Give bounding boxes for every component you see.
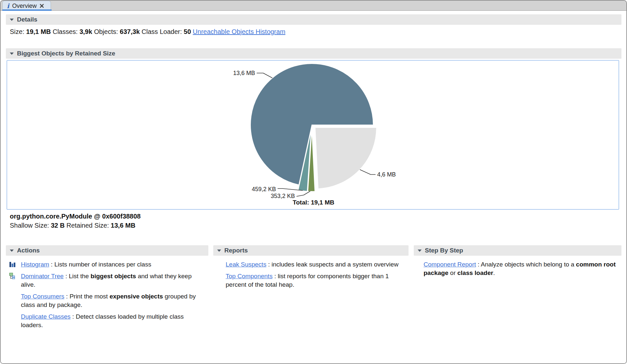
- text-segment: Classes:: [51, 28, 80, 35]
- text-segment: .: [493, 269, 495, 276]
- info-icon: i: [7, 3, 9, 9]
- dominator-tree-icon: [9, 273, 16, 279]
- close-icon[interactable]: [40, 4, 44, 8]
- list-item: Dominator Tree : List the biggest object…: [21, 272, 202, 289]
- callout-line: [297, 191, 310, 196]
- section-header-details[interactable]: Details: [6, 14, 621, 25]
- text-segment: expensive objects: [109, 293, 163, 300]
- list-item: Component Report : Analyze objects which…: [424, 260, 621, 277]
- pie-chart-panel: 4,6 MB353,2 KB459,2 KB13,6 MBTotal: 19,1…: [7, 60, 619, 210]
- text-segment: Retained Size:: [65, 222, 111, 229]
- link-histogram[interactable]: Histogram: [21, 261, 49, 268]
- text-segment: : List the: [64, 273, 90, 280]
- link-duplicate-classes[interactable]: Duplicate Classes: [21, 313, 71, 320]
- text-segment: : Analyze objects which belong to a: [476, 261, 576, 268]
- pie-slice-label: 4,6 MB: [377, 171, 396, 178]
- memory-analyzer-window: i Overview Details Size: 19,1 MB Classes…: [0, 0, 627, 364]
- tab-bar: i Overview: [0, 0, 627, 11]
- text-segment: 19,1 MB: [26, 28, 51, 35]
- section-title: Biggest Objects by Retained Size: [17, 50, 115, 57]
- section-header-step-by-step[interactable]: Step By Step: [414, 245, 621, 256]
- tab-overview-label: Overview: [12, 3, 37, 9]
- callout-line: [360, 170, 376, 174]
- section-title: Details: [17, 16, 37, 23]
- text-segment: : includes leak suspects and a system ov…: [266, 261, 398, 268]
- callout-line: [257, 73, 272, 78]
- text-segment: class loader: [458, 269, 493, 276]
- text-segment: Size:: [10, 28, 26, 35]
- text-segment: or: [448, 269, 457, 276]
- section-title: Step By Step: [425, 247, 463, 254]
- text-segment: 3,9k: [79, 28, 92, 35]
- collapse-triangle-icon: [10, 53, 14, 55]
- actions-list: Histogram : Lists number of instances pe…: [6, 260, 208, 329]
- list-item: Leak Suspects : includes leak suspects a…: [226, 260, 405, 269]
- pie-chart: 4,6 MB353,2 KB459,2 KB13,6 MBTotal: 19,1…: [7, 61, 619, 209]
- histogram-icon: [9, 261, 16, 267]
- list-item: Histogram : Lists number of instances pe…: [21, 260, 202, 269]
- collapse-triangle-icon: [418, 250, 422, 252]
- list-item: Top Components : list reports for compon…: [226, 272, 405, 289]
- text-segment: : Print the most: [64, 293, 109, 300]
- text-segment: Objects:: [92, 28, 120, 35]
- collapse-triangle-icon: [10, 250, 14, 252]
- actions-section: Actions Histogram : Lists number of inst…: [6, 245, 208, 333]
- pie-slice-label: 13,6 MB: [233, 70, 255, 76]
- text-segment: : Lists number of instances per class: [49, 261, 152, 268]
- text-segment: 50: [184, 28, 191, 35]
- selected-object-title: org.python.core.PyModule @ 0x600f38808: [10, 213, 141, 220]
- step-by-step-list: Component Report : Analyze objects which…: [414, 260, 621, 277]
- section-title: Reports: [224, 247, 248, 254]
- text-segment: 13,6 MB: [111, 222, 136, 229]
- reports-section: Reports Leak Suspects : includes leak su…: [213, 245, 409, 292]
- text-segment: 637,3k: [120, 28, 140, 35]
- link-dominator-tree[interactable]: Dominator Tree: [21, 273, 64, 280]
- tab-active-underline: [2, 9, 52, 11]
- link-top-consumers[interactable]: Top Consumers: [21, 293, 64, 300]
- link-component-report[interactable]: Component Report: [424, 261, 476, 268]
- text-segment: Shallow Size:: [10, 222, 51, 229]
- link-top-components[interactable]: Top Components: [226, 273, 273, 280]
- step-by-step-section: Step By Step Component Report : Analyze …: [414, 245, 621, 281]
- list-item: Top Consumers : Print the most expensive…: [21, 292, 202, 309]
- selected-object-sizes: Shallow Size: 32 B Retained Size: 13,6 M…: [10, 222, 136, 229]
- pie-slice[interactable]: [315, 128, 377, 189]
- list-item: Duplicate Classes : Detect classes loade…: [21, 312, 202, 329]
- reports-list: Leak Suspects : includes leak suspects a…: [213, 260, 409, 289]
- collapse-triangle-icon: [217, 250, 221, 252]
- pie-total-label: Total: 19,1 MB: [293, 199, 334, 206]
- section-header-biggest-objects[interactable]: Biggest Objects by Retained Size: [6, 48, 621, 59]
- text-segment: Class Loader:: [140, 28, 184, 35]
- link-unreachable-objects-histogram[interactable]: Unreachable Objects Histogram: [193, 28, 285, 35]
- section-title: Actions: [17, 247, 40, 254]
- pie-slice-label: 353,2 KB: [271, 193, 295, 199]
- section-header-actions[interactable]: Actions: [6, 245, 208, 256]
- heap-details-line: Size: 19,1 MB Classes: 3,9k Objects: 637…: [10, 28, 285, 36]
- section-header-reports[interactable]: Reports: [213, 245, 409, 256]
- collapse-triangle-icon: [10, 19, 14, 21]
- pie-slice-label: 459,2 KB: [252, 186, 276, 192]
- text-segment: biggest objects: [90, 273, 136, 280]
- link-leak-suspects[interactable]: Leak Suspects: [226, 261, 266, 268]
- text-segment: 32 B: [51, 222, 65, 229]
